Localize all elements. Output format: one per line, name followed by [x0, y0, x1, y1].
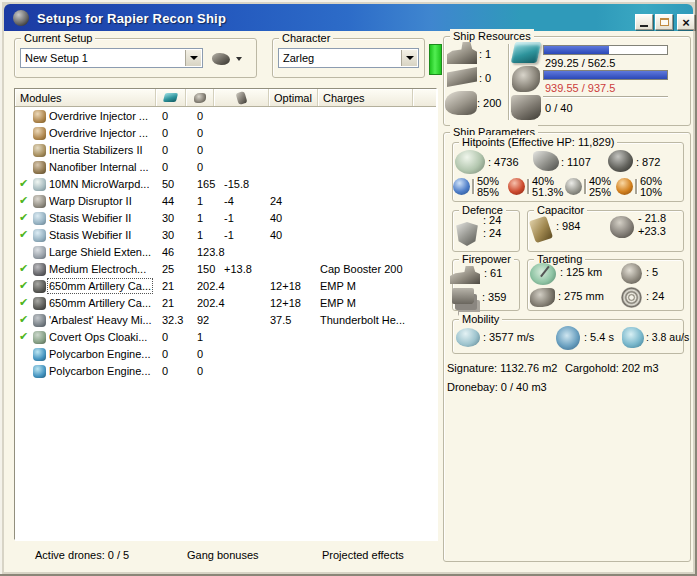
module-row[interactable]: ✔ Overdrive Injector ... 0 0	[16, 108, 436, 125]
module-name: Overdrive Injector ...	[49, 110, 148, 122]
module-cpu: 0	[162, 331, 168, 343]
module-cpu: 44	[162, 195, 174, 207]
structure-hp-value: : 872	[636, 156, 660, 168]
projected-effects-section[interactable]: Projected effects	[322, 549, 404, 561]
active-check-icon: ✔	[19, 296, 28, 309]
drone-bar	[543, 96, 668, 98]
powergrid-column-header[interactable]	[186, 89, 214, 106]
module-pg: 92	[197, 314, 209, 326]
close-button[interactable]: ×	[677, 14, 695, 30]
module-pg: 123.8	[197, 246, 225, 258]
setup-tools-button[interactable]	[206, 48, 256, 69]
module-cpu: 0	[162, 348, 168, 360]
module-row[interactable]: ✔ 'Arbalest' Heavy Mi... 32.3 92 37.5 Th…	[16, 312, 436, 329]
module-name: Large Shield Exten...	[49, 246, 151, 258]
active-drones-section[interactable]: Active drones: 0 / 5	[35, 549, 129, 561]
cpu-column-header[interactable]	[156, 89, 186, 106]
module-pg: 150	[197, 263, 215, 275]
title-bar[interactable]: Setups for Rapier Recon Ship ×	[4, 4, 693, 31]
scan-resolution-value: : 275 mm	[558, 290, 604, 302]
drone-usage-value: 0 / 40	[545, 102, 573, 114]
align-time-value: : 5.4 s	[584, 331, 614, 343]
setup-select[interactable]: New Setup 1	[20, 48, 203, 68]
capacitor-amount-value: : 984	[556, 220, 580, 232]
warp-speed-value: : 3.8 au/s	[646, 331, 689, 343]
module-icon	[33, 229, 46, 242]
module-cpu: 21	[162, 280, 174, 292]
module-row[interactable]: ✔ Nanofiber Internal ... 0 0	[16, 159, 436, 176]
module-name: Inertia Stabilizers II	[49, 144, 143, 156]
hitpoints-title: Hitpoints (Effective HP: 11,829)	[459, 135, 617, 149]
active-check-icon: ✔	[19, 211, 28, 224]
module-cpu: 0	[162, 365, 168, 377]
module-pg: 0	[197, 348, 203, 360]
kinetic-resist-armor: 25%	[589, 186, 611, 198]
module-optimal: 12+18	[270, 280, 301, 292]
module-row[interactable]: ✔ Polycarbon Engine... 0 0	[16, 363, 436, 380]
character-skill-status-bar	[429, 44, 442, 75]
active-check-icon: ✔	[19, 228, 28, 241]
module-pg: 1	[197, 229, 203, 241]
maximize-button[interactable]	[655, 14, 673, 30]
module-name: Polycarbon Engine...	[49, 365, 151, 377]
capacitor-recharge-value: +23.3	[638, 225, 666, 237]
module-row[interactable]: ✔ Large Shield Exten... 46 123.8	[16, 244, 436, 261]
module-row[interactable]: ✔ Stasis Webifier II 30 1 -1 40	[16, 227, 436, 244]
chevron-down-icon	[406, 56, 414, 60]
turret-hardpoints-value: : 1	[479, 48, 491, 60]
launcher-hardpoints-value: : 0	[479, 72, 491, 84]
module-pg: 0	[197, 365, 203, 377]
module-optimal: 24	[270, 195, 282, 207]
active-check-icon: ✔	[19, 177, 28, 190]
targeting-range-value: : 125 km	[560, 266, 602, 278]
module-cpu: 0	[162, 161, 168, 173]
module-cpu: 21	[162, 297, 174, 309]
minimize-button[interactable]	[635, 14, 653, 30]
structure-hp-icon	[608, 150, 633, 172]
charges-column-header[interactable]: Charges	[318, 89, 413, 106]
chevron-down-icon	[236, 57, 242, 61]
module-row[interactable]: ✔ Polycarbon Engine... 0 0	[16, 346, 436, 363]
module-row[interactable]: ✔ 650mm Artillery Ca... 21 202.4 12+18 E…	[16, 295, 436, 312]
capacitor-column-header[interactable]	[214, 89, 269, 106]
character-select[interactable]: Zarleg	[278, 48, 419, 68]
module-row[interactable]: ✔ 10MN MicroWarpd... 50 165 -15.8	[16, 176, 436, 193]
module-icon	[33, 263, 46, 276]
capacitor-drain-value: - 21.8	[638, 212, 666, 224]
module-pg: 202.4	[197, 297, 225, 309]
character-select-arrow-button[interactable]	[401, 50, 417, 66]
module-cap: -15.8	[224, 178, 249, 190]
module-pg: 1	[197, 331, 203, 343]
module-cap: +13.8	[224, 263, 252, 275]
module-pg: 202.4	[197, 280, 225, 292]
module-icon	[33, 314, 46, 327]
cpu-icon	[511, 42, 541, 63]
module-row[interactable]: ✔ Warp Disruptor II 44 1 -4 24	[16, 193, 436, 210]
module-row[interactable]: ✔ Medium Electroch... 25 150 +13.8 Cap B…	[16, 261, 436, 278]
module-row[interactable]: ✔ Overdrive Injector ... 0 0	[16, 125, 436, 142]
module-row[interactable]: ✔ Inertia Stabilizers II 0 0	[16, 142, 436, 159]
resist-divider	[472, 179, 474, 194]
setup-select-arrow-button[interactable]	[185, 50, 201, 66]
calibration-icon	[445, 91, 477, 115]
resist-divider	[635, 179, 637, 194]
powergrid-usage-value: 939.55 / 937.5	[545, 82, 615, 94]
module-row[interactable]: ✔ 650mm Artillery Ca... 21 202.4 12+18 E…	[16, 278, 436, 295]
module-row[interactable]: ✔ Covert Ops Cloaki... 0 1	[16, 329, 436, 346]
modules-table: Modules Optimal Charges ✔ Overdrive Inje…	[14, 88, 437, 540]
module-icon	[33, 297, 46, 310]
module-name: Polycarbon Engine...	[49, 348, 151, 360]
sensor-strength-icon	[621, 287, 642, 308]
app-icon	[13, 10, 29, 26]
module-row[interactable]: ✔ Stasis Webifier II 30 1 -1 40	[16, 210, 436, 227]
window-title: Setups for Rapier Recon Ship	[37, 11, 226, 26]
chevron-down-icon	[190, 56, 198, 60]
modules-column-header[interactable]: Modules	[15, 89, 156, 106]
optimal-column-header[interactable]: Optimal	[269, 89, 318, 106]
module-optimal: 37.5	[270, 314, 291, 326]
ship-resources-title: Ship Resources	[450, 29, 534, 43]
gang-bonuses-section[interactable]: Gang bonuses	[187, 549, 259, 561]
cargohold-value: Cargohold: 202 m3	[565, 362, 659, 374]
module-pg: 0	[197, 110, 203, 122]
module-optimal: 12+18	[270, 297, 301, 309]
